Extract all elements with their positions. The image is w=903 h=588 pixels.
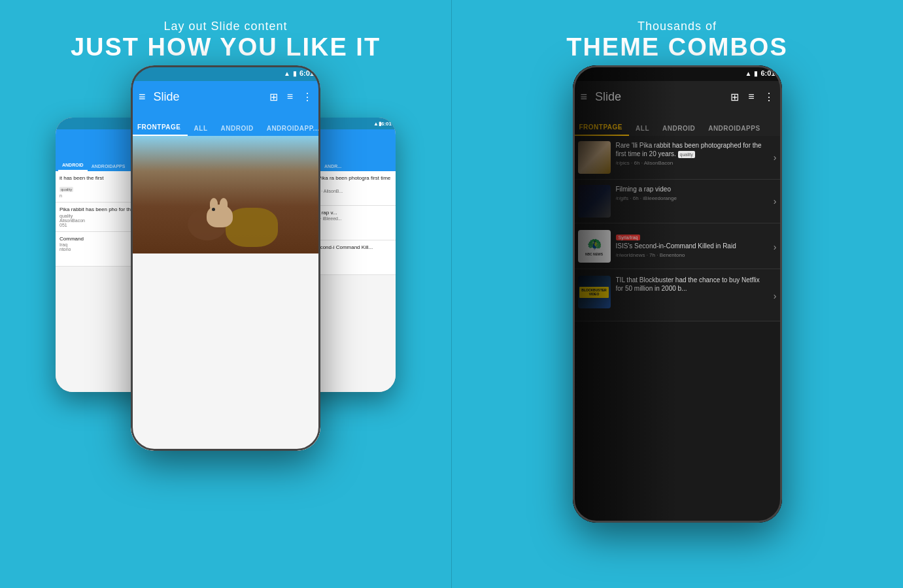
phone-right-main: ▲ ▮ 6:01 ≡ Slide ⊞ ≡ ⋮ FRONTPAGE [573,65,782,523]
tab-android-right[interactable]: ANDROID [656,125,702,136]
right-app-bar: ≡ Slide ⊞ ≡ ⋮ [573,81,782,112]
right-header: Thousands of THEME COMBOS [566,0,788,61]
phone-main-left: ▲ ▮ 6:01 ≡ Slide ⊞ ≡ ⋮ FRONTPAGE [131,65,320,451]
right-panel: Thousands of THEME COMBOS ▲ ▮ 6:01 ≡ Sli… [451,0,903,588]
news-item-right-1[interactable]: Rare 'Ili Pika rabbit has been photograp… [573,136,782,180]
tab-andr-sr[interactable]: ANDR... [320,164,345,171]
app-title-right: Slide [595,90,730,104]
time-right: 6:01 [760,69,775,77]
quality-badge-1: quality [60,187,73,192]
right-status-bar: ▲ ▮ 6:01 [573,65,782,81]
phone-right-container: ▲ ▮ 6:01 ≡ Slide ⊞ ≡ ⋮ FRONTPAGE [566,65,789,549]
news-item-right-2[interactable]: Filming a rap video /r/gifs · 6h · iBlee… [573,180,782,223]
blockbuster-bg: BLOCKBUSTERVIDEO [578,276,611,308]
tab-android-sl[interactable]: ANDROID [58,163,88,171]
wifi-icon-right: ▲ [745,70,752,77]
pika-ear-r [220,198,228,210]
main-left-status-bar: ▲ ▮ 6:01 [131,65,320,81]
hamburger-icon-right[interactable]: ≡ [581,90,588,104]
tab-all-ml[interactable]: ALL [188,125,214,136]
left-sub-title: Lay out Slide content [71,20,381,33]
right-tabs-bar: FRONTPAGE ALL ANDROID ANDROIDAPPS [573,112,782,136]
more-icon-right[interactable]: ⋮ [764,91,774,103]
main-left-screen: ▲ ▮ 6:01 ≡ Slide ⊞ ≡ ⋮ FRONTPAGE [131,65,320,451]
chevron-right-2: › [774,196,777,206]
nbc-text: NBC NEWS [585,252,603,256]
time-sr: 6:01 [381,121,392,127]
thumb-right-2 [578,185,611,218]
more-icon-ml[interactable]: ⋮ [302,91,313,103]
news-title-right-1: Rare 'Ili Pika rabbit has been photograp… [616,141,768,158]
quality-badge-r1: quality [678,151,695,158]
news-content-right-1: Rare 'Ili Pika rabbit has been photograp… [616,141,768,174]
panel-separator [451,0,452,588]
news-content-right-4: TIL that Blockbuster had the chance to b… [616,276,768,293]
tab-all-right[interactable]: ALL [629,125,656,136]
app-title-ml: Slide [154,90,269,104]
status-icons-left: ▲ ▮ 6:01 [284,69,314,77]
news-item-right-3[interactable]: 🦚 NBC NEWS Syria/Iraq ISIS's Second-in-C… [573,223,782,269]
main-left-tabs: FRONTPAGE ALL ANDROID ANDROIDAPP... [131,112,320,136]
news-content-right-3: Syria/Iraq ISIS's Second-in-Command Kill… [616,230,768,258]
news-title-right-4: TIL that Blockbuster had the chance to b… [616,276,768,293]
wifi-icon-sr: ▲ [373,121,379,127]
pika-body [207,204,233,227]
carousel-icon-right[interactable]: ⊞ [730,91,739,103]
right-main-title: THEME COMBOS [566,33,788,61]
tab-frontpage-right[interactable]: FRONTPAGE [573,123,630,136]
left-panel: Lay out Slide content JUST HOW YOU LIKE … [0,0,451,588]
thumb-right-4: BLOCKBUSTERVIDEO [578,276,611,308]
nbc-logo-right: 🦚 NBC NEWS [578,230,611,263]
battery-icon-right: ▮ [754,70,758,77]
news-item-right-4[interactable]: BLOCKBUSTERVIDEO TIL that Blockbuster ha… [573,269,782,321]
news-meta-right-3: /r/worldnews · 7h · Benentono [616,252,768,258]
tab-androidapps-ml[interactable]: ANDROIDAPP... [260,125,320,136]
blockbuster-logo-area: BLOCKBUSTERVIDEO [579,287,608,298]
chevron-right-4: › [774,291,777,301]
battery-icon-ml: ▮ [293,70,297,77]
right-status-icons: ▲ ▮ 6:01 [745,69,775,77]
filter-icon-right[interactable]: ≡ [748,91,754,103]
chevron-right-1: › [774,152,777,163]
hero-image-rabbit [131,136,320,253]
right-sub-title: Thousands of [566,20,788,33]
time-ml: 6:01 [299,69,314,77]
left-main-title: JUST HOW YOU LIKE IT [71,33,381,61]
left-header: Lay out Slide content JUST HOW YOU LIKE … [71,0,381,61]
chevron-right-3: › [774,242,777,252]
rock-2 [226,208,278,247]
thumb-right-1 [578,141,611,174]
carousel-icon-ml[interactable]: ⊞ [269,91,278,103]
action-icons-ml: ⊞ ≡ ⋮ [269,91,313,103]
wifi-icon-ml: ▲ [284,70,290,77]
right-main-screen: ▲ ▮ 6:01 ≡ Slide ⊞ ≡ ⋮ FRONTPAGE [573,65,782,523]
right-content-area: Rare 'Ili Pika rabbit has been photograp… [573,136,782,523]
news-title-right-2: Filming a rap video [616,185,768,193]
news-meta-right-1: /r/pics · 6h · AlisonBacon [616,160,768,166]
tab-androidapps-sl[interactable]: ANDROIDAPPS [88,164,129,171]
main-left-content [131,136,320,451]
hamburger-icon-ml[interactable]: ≡ [139,90,146,104]
action-icons-right: ⊞ ≡ ⋮ [730,91,774,103]
hero-bg [131,136,320,253]
main-left-app-bar: ≡ Slide ⊞ ≡ ⋮ [131,81,320,112]
nbc-thumb-right: 🦚 NBC NEWS [578,230,611,263]
topic-tag-right-3: Syria/Iraq [616,235,641,240]
blockbuster-label: BLOCKBUSTERVIDEO [579,287,608,298]
news-content-right-2: Filming a rap video /r/gifs · 6h · iBlee… [616,185,768,218]
nbc-peacock-right: 🦚 [587,237,602,252]
filter-icon-ml[interactable]: ≡ [287,91,293,103]
phone-container-left: ▲ ▮ 6:01 ⊞ ≡ ⋮ ANDROID ANDROIDAPPS it [56,65,396,562]
tab-frontpage-ml[interactable]: FRONTPAGE [131,123,188,136]
pika-eye [212,208,215,211]
tab-androidapps-right[interactable]: ANDROIDAPPS [702,125,766,136]
news-meta-right-2: /r/gifs · 6h · iBleeedorange [616,195,768,201]
tab-android-ml[interactable]: ANDROID [214,125,260,136]
news-title-right-3: ISIS's Second-in-Command Killed in Raid [616,242,768,250]
